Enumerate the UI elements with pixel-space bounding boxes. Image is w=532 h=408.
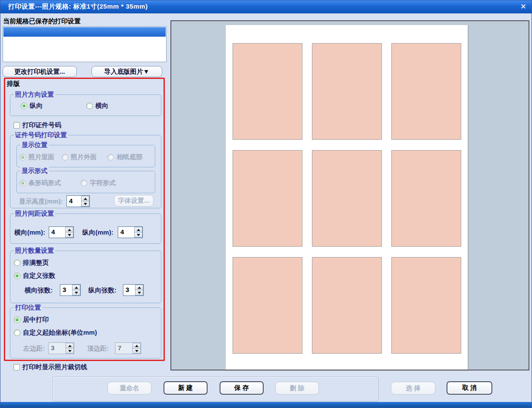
import-template-button[interactable]: 导入底版图片▼ [91,66,162,77]
titlebar: 打印设置---照片规格: 标准1寸(25mm * 35mm) ✕ [0,0,532,13]
spin-up-button[interactable] [135,285,143,290]
photo-placeholder [233,43,302,140]
cancel-button[interactable]: 取 消 [447,381,492,395]
spin-buttons [134,227,142,238]
spin-down-button[interactable] [66,348,74,354]
top-margin-value: 7 [116,343,132,354]
option-portrait[interactable]: 纵向 [21,102,43,110]
spin-up-button[interactable] [65,227,73,232]
spin-down-button[interactable] [132,348,141,354]
arrow-up-icon [75,286,78,289]
photo-placeholder [391,43,461,140]
option-landscape[interactable]: 横向 [86,102,108,110]
v-count-label: 纵向张数: [88,286,116,295]
radio-icon [14,317,20,323]
new-button[interactable]: 新 建 [164,381,208,395]
spin-down-button[interactable] [65,232,73,238]
display-height-spinner: 4 [66,195,90,207]
spin-up-button[interactable] [72,285,80,290]
dialog-title: 打印设置---照片规格: 标准1寸(25mm * 35mm) [8,3,148,11]
arrow-down-icon [68,234,71,236]
rename-button: 重命名 [107,382,151,395]
arrow-up-icon [84,198,87,200]
option-outside-photo-label: 照片外面 [71,153,97,161]
saved-settings-selected-item[interactable] [3,27,166,37]
option-custom-count[interactable]: 自定义张数 [14,272,55,280]
arrow-down-icon [138,292,141,294]
cutline-label: 打印时显示照片裁切线 [22,363,87,371]
option-custom-origin[interactable]: 自定义起始坐标(单位mm) [14,329,97,337]
arrow-up-icon [137,229,140,231]
option-fill-page[interactable]: 排满整页 [14,259,49,267]
spin-up-button[interactable] [134,227,142,232]
checkbox-icon [13,122,20,129]
print-position-title: 打印位置 [14,304,42,311]
option-custom-origin-label: 自定义起始坐标(单位mm) [23,329,97,337]
font-settings-button: 字体设置... [114,195,154,207]
photo-spacing-title: 照片间距设置 [14,210,55,217]
left-margin-value: 3 [49,343,66,354]
arrow-up-icon [68,229,71,231]
h-count-value[interactable]: 3 [60,285,72,295]
spin-down-button[interactable] [134,232,142,238]
arrow-down-icon [68,350,72,352]
photo-placeholder [233,150,302,247]
print-position-group: 打印位置 居中打印 自定义起始坐标(单位mm) 左边距: 3 顶边距: 7 [10,308,161,358]
spin-up-button[interactable] [81,196,89,201]
h-spacing-label: 横向(mm): [14,229,45,237]
spin-buttons [81,196,89,207]
radio-icon [81,180,87,186]
top-margin-label: 顶边距: [87,345,109,353]
select-button: 选 择 [391,382,435,395]
saved-settings-header: 当前规格已保存的打印设置 [3,17,81,25]
footer-panel [53,377,379,402]
v-count-value[interactable]: 3 [123,285,135,295]
save-button[interactable]: 保 存 [220,381,264,395]
radio-icon [14,273,20,279]
photo-placeholder [233,257,302,354]
spin-buttons [66,343,74,354]
arrow-down-icon [137,234,140,236]
option-barcode-label: 条形码形式 [28,179,61,187]
window-bottom-border [0,402,532,408]
option-custom-count-label: 自定义张数 [23,272,55,280]
top-margin-spinner: 7 [115,342,141,354]
print-preview-panel [170,20,529,370]
photo-placeholder [312,43,382,140]
photo-placeholder [391,150,461,247]
v-count-spinner: 3 [123,284,144,296]
radio-icon [14,330,20,336]
layout-section-title: 排版 [7,80,20,88]
photo-placeholder [312,257,382,354]
spin-up-button[interactable] [66,343,74,348]
spin-up-button[interactable] [132,343,141,348]
v-spacing-value[interactable]: 4 [118,227,134,238]
arrow-down-icon [84,203,87,205]
option-text-format: 字符形式 [81,179,116,187]
option-inside-photo: 照片里面 [19,153,54,161]
spin-down-button[interactable] [72,290,80,295]
spin-down-button[interactable] [135,290,143,295]
radio-icon [19,154,26,160]
display-position-title: 显示位置 [20,141,49,149]
option-barcode: 条形码形式 [19,179,61,187]
v-spacing-label: 纵向(mm): [82,229,113,237]
h-spacing-spinner: 4 [49,226,74,238]
print-id-label: 打印证件号码 [22,121,61,129]
h-count-label: 横向张数: [25,286,53,295]
print-id-checkbox[interactable]: 打印证件号码 [13,121,61,129]
display-height-value[interactable]: 4 [67,196,81,207]
radio-icon [107,154,114,160]
arrow-up-icon [138,286,141,289]
option-center-print[interactable]: 居中打印 [14,316,49,324]
display-height-label: 显示高度(mm): [19,198,63,206]
saved-settings-listbox[interactable] [3,26,167,62]
option-text-format-label: 字符形式 [90,179,116,187]
preview-paper [226,25,468,370]
radio-icon [86,103,93,109]
close-icon[interactable]: ✕ [520,3,526,10]
cutline-checkbox[interactable]: 打印时显示照片裁切线 [13,363,87,371]
change-printer-button[interactable]: 更改打印机设置... [3,66,77,77]
h-spacing-value[interactable]: 4 [49,227,65,238]
spin-down-button[interactable] [81,201,89,207]
